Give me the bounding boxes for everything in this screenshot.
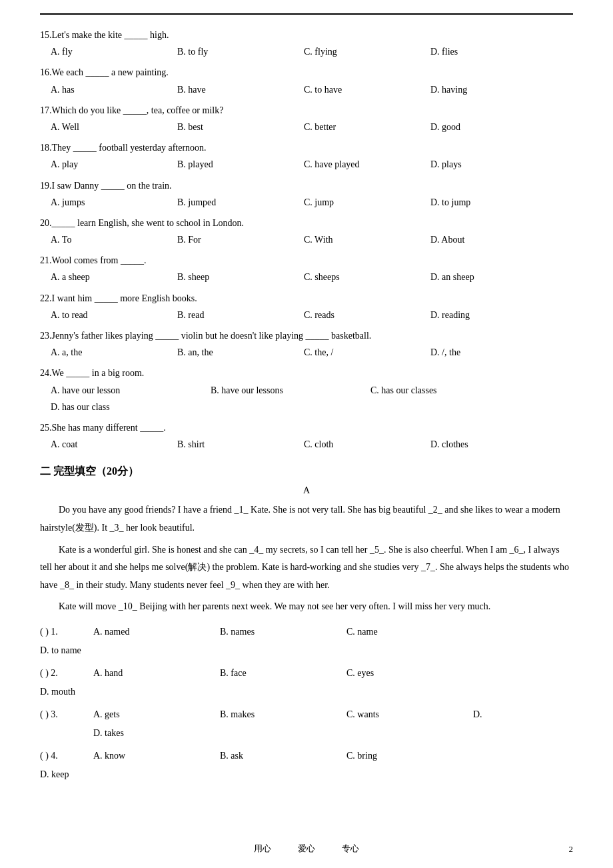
cloze-option-4-c: C. bring — [346, 747, 473, 765]
option-16-d: D. having — [430, 81, 557, 98]
option-23-a: A. a, the — [51, 344, 177, 361]
page: 15.Let's make the kite _____ high. A. fl… — [0, 0, 613, 868]
passage-section: Do you have any good friends? I have a f… — [40, 501, 573, 616]
question-20-text: 20._____ learn English, she went to scho… — [40, 215, 573, 231]
option-25-d: D. clothes — [430, 436, 557, 453]
cloze-question-3: ( ) 3. A. gets B. makes C. wants D. D. t… — [40, 705, 573, 743]
option-23-d: D. /, the — [430, 344, 557, 361]
page-number: 2 — [569, 844, 574, 855]
question-15-options: A. fly B. to fly C. flying D. flies — [51, 43, 573, 60]
cloze-option-3-d-value: D. takes — [93, 724, 573, 743]
option-20-c: C. With — [304, 231, 430, 248]
option-22-b: B. read — [177, 307, 304, 323]
cloze-q1-prefix: ( ) 1. — [40, 623, 93, 641]
question-21-text: 21.Wool comes from _____. — [40, 252, 573, 269]
cloze-q1-options: ( ) 1. A. named B. names C. name D. to n… — [40, 623, 573, 660]
option-19-b: B. jumped — [177, 194, 304, 211]
cloze-option-1-d: D. to name — [40, 641, 167, 660]
cloze-q4-prefix: ( ) 4. — [40, 747, 93, 765]
option-20-d: D. About — [430, 231, 557, 248]
option-21-b: B. sheep — [177, 269, 304, 285]
footer-item-2: 爱心 — [298, 843, 315, 855]
option-18-b: B. played — [177, 156, 304, 173]
question-16-options: A. has B. have C. to have D. having — [51, 81, 573, 98]
question-24: 24.We _____ in a big room. A. have our l… — [40, 365, 573, 415]
option-18-a: A. play — [51, 156, 177, 173]
option-15-d: D. flies — [430, 43, 557, 60]
option-16-b: B. have — [177, 81, 304, 98]
cloze-option-2-b: B. face — [220, 664, 346, 683]
passage-paragraph-3: Kate will move _10_ Beijing with her par… — [40, 598, 573, 616]
cloze-option-3-a: A. gets — [93, 705, 220, 724]
section-title: 二 完型填空（20分） — [40, 465, 573, 479]
option-22-a: A. to read — [51, 307, 177, 323]
question-15-text: 15.Let's make the kite _____ high. — [40, 27, 573, 43]
cloze-option-3-d-label: D. — [473, 705, 526, 724]
question-24-options: A. have our lesson B. have our lessons C… — [51, 382, 573, 415]
cloze-q4-options: ( ) 4. A. know B. ask C. bring D. keep — [40, 747, 573, 784]
option-25-b: B. shirt — [177, 436, 304, 453]
question-21: 21.Wool comes from _____. A. a sheep B. … — [40, 252, 573, 285]
cloze-option-4-b: B. ask — [220, 747, 346, 765]
option-15-c: C. flying — [304, 43, 430, 60]
cloze-option-4-a: A. know — [93, 747, 220, 765]
top-divider — [40, 13, 573, 15]
option-17-c: C. better — [304, 119, 430, 135]
cloze-option-1-a: A. named — [93, 623, 220, 641]
question-18-options: A. play B. played C. have played D. play… — [51, 156, 573, 173]
option-22-d: D. reading — [430, 307, 557, 323]
passage-paragraph-2: Kate is a wonderful girl. She is honest … — [40, 541, 573, 595]
cloze-q2-prefix: ( ) 2. — [40, 664, 93, 683]
option-16-a: A. has — [51, 81, 177, 98]
question-23-text: 23.Jenny's father likes playing _____ vi… — [40, 327, 573, 344]
option-23-b: B. an, the — [177, 344, 304, 361]
questions-section: 15.Let's make the kite _____ high. A. fl… — [40, 27, 573, 453]
cloze-option-1-c: C. name — [346, 623, 473, 641]
question-23-options: A. a, the B. an, the C. the, / D. /, the — [51, 344, 573, 361]
question-17-options: A. Well B. best C. better D. good — [51, 119, 573, 135]
page-footer: 用心 爱心 专心 — [0, 843, 613, 855]
option-21-c: C. sheeps — [304, 269, 430, 285]
option-24-b: B. have our lessons — [211, 382, 370, 399]
question-25-options: A. coat B. shirt C. cloth D. clothes — [51, 436, 573, 453]
cloze-option-4-d: D. keep — [40, 765, 167, 784]
passage-paragraph-1: Do you have any good friends? I have a f… — [40, 501, 573, 537]
option-15-a: A. fly — [51, 43, 177, 60]
cloze-option-2-a: A. hand — [93, 664, 220, 683]
option-20-a: A. To — [51, 231, 177, 248]
footer-item-1: 用心 — [254, 843, 271, 855]
option-20-b: B. For — [177, 231, 304, 248]
cloze-question-2: ( ) 2. A. hand B. face C. eyes D. mouth — [40, 664, 573, 701]
passage-title: A — [40, 485, 573, 496]
question-24-text: 24.We _____ in a big room. — [40, 365, 573, 381]
question-17: 17.Which do you like _____, tea, coffee … — [40, 102, 573, 135]
question-20-options: A. To B. For C. With D. About — [51, 231, 573, 248]
option-17-a: A. Well — [51, 119, 177, 135]
cloze-option-2-c: C. eyes — [346, 664, 473, 683]
question-18: 18.They _____ football yesterday afterno… — [40, 139, 573, 173]
option-21-d: D. an sheep — [430, 269, 557, 285]
question-15: 15.Let's make the kite _____ high. A. fl… — [40, 27, 573, 60]
question-21-options: A. a sheep B. sheep C. sheeps D. an shee… — [51, 269, 573, 285]
question-17-text: 17.Which do you like _____, tea, coffee … — [40, 102, 573, 119]
option-25-c: C. cloth — [304, 436, 430, 453]
question-25-text: 25.She has many different _____. — [40, 419, 573, 436]
option-19-a: A. jumps — [51, 194, 177, 211]
option-19-d: D. to jump — [430, 194, 557, 211]
option-19-c: C. jump — [304, 194, 430, 211]
footer-item-3: 专心 — [342, 843, 359, 855]
question-25: 25.She has many different _____. A. coat… — [40, 419, 573, 453]
question-19-text: 19.I saw Danny _____ on the train. — [40, 177, 573, 194]
cloze-q3-prefix: ( ) 3. — [40, 705, 93, 724]
cloze-option-2-d: D. mouth — [40, 683, 167, 701]
cloze-q3-options: ( ) 3. A. gets B. makes C. wants D. — [40, 705, 573, 724]
question-19: 19.I saw Danny _____ on the train. A. ju… — [40, 177, 573, 211]
option-18-d: D. plays — [430, 156, 557, 173]
cloze-option-3-b: B. makes — [220, 705, 346, 724]
option-24-a: A. have our lesson — [51, 382, 211, 399]
question-22-options: A. to read B. read C. reads D. reading — [51, 307, 573, 323]
option-15-b: B. to fly — [177, 43, 304, 60]
option-21-a: A. a sheep — [51, 269, 177, 285]
option-24-d: D. has our class — [51, 399, 211, 415]
question-20: 20._____ learn English, she went to scho… — [40, 215, 573, 248]
